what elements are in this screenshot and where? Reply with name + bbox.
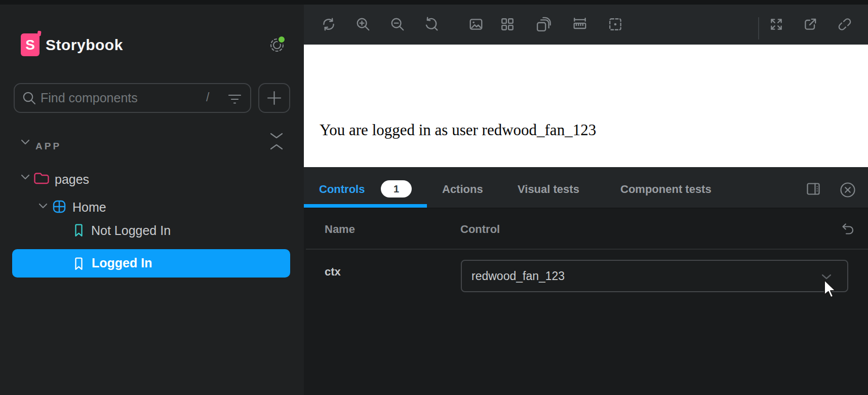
sidebar-section-app[interactable]: APP bbox=[35, 141, 61, 152]
preview-canvas: You are logged in as user redwood_fan_12… bbox=[304, 45, 868, 167]
tab-visual-tests[interactable]: Visual tests bbox=[518, 183, 579, 196]
column-header-name: Name bbox=[325, 223, 355, 236]
canvas-toolbar bbox=[304, 5, 868, 45]
reset-controls-icon[interactable] bbox=[840, 222, 855, 235]
tab-component-tests[interactable]: Component tests bbox=[620, 183, 712, 196]
tab-controls[interactable]: Controls bbox=[319, 183, 365, 196]
grid-icon[interactable] bbox=[500, 17, 515, 32]
copy-link-icon[interactable] bbox=[837, 17, 852, 32]
viewport-icon[interactable] bbox=[536, 17, 551, 32]
plus-icon bbox=[266, 90, 282, 106]
storybook-logo[interactable]: S bbox=[21, 33, 40, 56]
create-story-button[interactable] bbox=[258, 83, 290, 113]
chevron-down-icon[interactable] bbox=[21, 174, 30, 180]
preview-message: You are logged in as user redwood_fan_12… bbox=[320, 121, 596, 139]
mouse-cursor bbox=[823, 280, 837, 299]
collapse-all-icon[interactable] bbox=[270, 133, 283, 150]
panel-position-icon[interactable] bbox=[807, 183, 820, 195]
addons-panel: Controls 1 Actions Visual tests Componen… bbox=[304, 167, 868, 395]
chevron-down-icon[interactable] bbox=[38, 203, 48, 209]
control-row-name: ctx bbox=[325, 265, 341, 279]
search-shortcut-hint: / bbox=[206, 91, 209, 104]
sidebar: S Storybook / bbox=[0, 5, 304, 395]
tab-actions[interactable]: Actions bbox=[442, 183, 483, 196]
chevron-down-icon bbox=[822, 274, 831, 280]
sync-icon[interactable] bbox=[321, 17, 336, 32]
tree-item-label: Not Logged In bbox=[91, 223, 171, 238]
fullscreen-icon[interactable] bbox=[769, 17, 784, 32]
toolbar-divider bbox=[758, 17, 759, 40]
tree-item-label: pages bbox=[55, 172, 89, 187]
chevron-down-icon[interactable] bbox=[21, 139, 30, 145]
close-panel-icon[interactable] bbox=[840, 182, 856, 198]
open-external-icon[interactable] bbox=[803, 17, 818, 32]
filter-icon[interactable] bbox=[228, 94, 241, 104]
zoom-out-icon[interactable] bbox=[390, 17, 405, 32]
controls-count-badge: 1 bbox=[381, 180, 412, 198]
storybook-logo-letter: S bbox=[25, 37, 35, 53]
outline-icon[interactable] bbox=[608, 17, 623, 32]
active-tab-underline bbox=[304, 204, 427, 208]
background-icon[interactable] bbox=[468, 17, 484, 32]
zoom-reset-icon[interactable] bbox=[424, 17, 439, 32]
storybook-app: S Storybook / bbox=[0, 0, 868, 395]
search-icon bbox=[22, 91, 36, 105]
zoom-in-icon[interactable] bbox=[356, 17, 371, 32]
tree-item-label: Logged In bbox=[92, 256, 152, 270]
tree-item-label: Home bbox=[72, 200, 106, 215]
window-top-strip bbox=[0, 0, 868, 5]
brand-title: Storybook bbox=[46, 36, 123, 54]
component-icon bbox=[53, 200, 66, 213]
notification-dot bbox=[277, 35, 286, 44]
story-bookmark-icon bbox=[74, 257, 84, 270]
folder-icon bbox=[33, 172, 49, 185]
ctx-select-value: redwood_fan_123 bbox=[471, 269, 565, 283]
table-separator bbox=[306, 249, 868, 250]
search-input[interactable] bbox=[41, 85, 192, 111]
column-header-control: Control bbox=[460, 223, 500, 236]
ctx-select[interactable]: redwood_fan_123 bbox=[461, 260, 848, 292]
story-bookmark-icon bbox=[74, 224, 84, 237]
tree-row-logged-in-selected[interactable]: Logged In bbox=[12, 249, 290, 278]
measure-icon[interactable] bbox=[572, 17, 587, 32]
tabbar-border bbox=[304, 208, 868, 209]
